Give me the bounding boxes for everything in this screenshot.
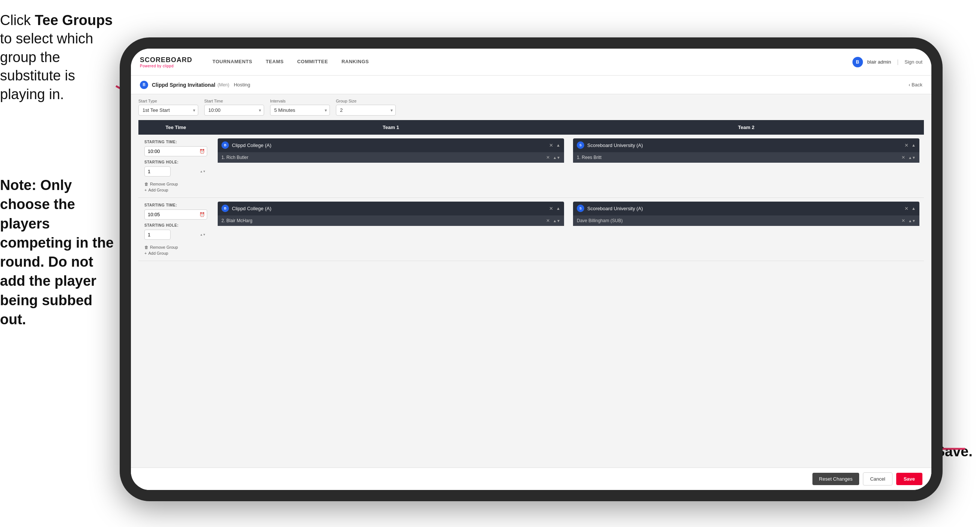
team2-player-x-1-0[interactable]: ✕ xyxy=(902,155,905,160)
time-input-wrap-2: ⏰ xyxy=(145,209,207,220)
starting-time-label-2: STARTING TIME: xyxy=(145,203,207,207)
group-size-select[interactable]: 2 xyxy=(336,105,396,116)
team2-player-row-2-0: Dave Billingham (SUB) ✕ ▲▼ xyxy=(573,215,920,226)
team1-cell-2: B Clippd College (A) ✕ ▲ 2. Blair McHarg… xyxy=(213,198,568,261)
plus-icon-1: + xyxy=(145,188,146,192)
team1-group-header-1: B Clippd College (A) ✕ ▲ xyxy=(218,139,564,152)
team2-close-icon-1[interactable]: ✕ xyxy=(904,143,908,148)
remove-group-label-2: Remove Group xyxy=(150,245,178,250)
cancel-button[interactable]: Cancel xyxy=(863,472,892,486)
team2-close-icon-2[interactable]: ✕ xyxy=(904,206,908,211)
team1-player-x-2-0[interactable]: ✕ xyxy=(546,218,550,223)
team2-avatar-2: S xyxy=(577,205,584,212)
team2-player-name-1-0: 1. Rees Britt xyxy=(577,155,899,160)
annotation-note-bold: Only choose the players competing in the… xyxy=(0,177,114,327)
save-button[interactable]: Save xyxy=(896,473,923,485)
start-time-label: Start Time xyxy=(204,99,264,103)
time-col-2: STARTING TIME: ⏰ STARTING HOLE: ▲▼ xyxy=(138,198,213,261)
team2-player-arrow-2-0[interactable]: ▲▼ xyxy=(908,219,916,223)
team1-group-name-2[interactable]: Clippd College (A) xyxy=(232,206,546,211)
team2-group-name-2[interactable]: Scoreboard University (A) xyxy=(587,206,902,211)
hole-input-1[interactable] xyxy=(145,166,170,177)
team1-group-header-2: B Clippd College (A) ✕ ▲ xyxy=(218,202,564,215)
team1-player-name-2-0: 2. Blair McHarg xyxy=(221,218,543,223)
hole-input-wrap-2: ▲▼ xyxy=(145,230,207,240)
hole-arrows-1: ▲▼ xyxy=(200,170,206,173)
remove-group-btn-2[interactable]: 🗑 Remove Group xyxy=(145,245,207,250)
remove-group-label-1: Remove Group xyxy=(150,182,178,186)
intervals-select[interactable]: 5 Minutes xyxy=(270,105,330,116)
annotation-tee-groups-bold: Tee Groups xyxy=(35,12,113,28)
group-size-field: Group Size 2 xyxy=(336,99,396,116)
tournament-tag: (Men) xyxy=(218,82,229,88)
nav-right: B blair admin | Sign out xyxy=(853,57,923,67)
team2-group-actions-1: ✕ ▲ xyxy=(904,143,916,148)
team2-group-name-1[interactable]: Scoreboard University (A) xyxy=(587,143,902,148)
team1-player-arrow-1-0[interactable]: ▲▼ xyxy=(553,156,560,160)
hole-input-wrap-1: ▲▼ xyxy=(145,166,207,177)
trash-icon-2: 🗑 xyxy=(145,245,148,250)
nav-signout[interactable]: Sign out xyxy=(904,59,923,65)
add-group-btn-1[interactable]: + Add Group xyxy=(145,188,207,192)
logo-text: SCOREBOARD xyxy=(140,56,192,64)
team2-cell-2: S Scoreboard University (A) ✕ ▲ Dave Bil… xyxy=(568,198,924,261)
logo-sub: Powered by clippd xyxy=(140,64,192,68)
add-group-btn-2[interactable]: + Add Group xyxy=(145,251,207,255)
time-input-1[interactable] xyxy=(145,146,207,156)
team1-avatar-2: B xyxy=(221,205,229,212)
trash-icon-1: 🗑 xyxy=(145,182,148,186)
team1-group-2: B Clippd College (A) ✕ ▲ 2. Blair McHarg… xyxy=(218,202,564,226)
add-group-label-2: Add Group xyxy=(148,251,168,255)
time-input-2[interactable] xyxy=(145,209,207,220)
table-row: STARTING TIME: ⏰ STARTING HOLE: ▲▼ xyxy=(138,135,924,198)
nav-rankings[interactable]: RANKINGS xyxy=(335,49,375,76)
annotation-top-left: Click Tee Groups to select which group t… xyxy=(0,11,116,103)
hole-label-2: STARTING HOLE: xyxy=(145,223,207,228)
team1-close-icon-1[interactable]: ✕ xyxy=(549,143,553,148)
team1-player-arrow-2-0[interactable]: ▲▼ xyxy=(553,219,560,223)
start-time-select[interactable]: 10:00 xyxy=(204,105,264,116)
content-area: Start Type 1st Tee Start Start Time 10:0… xyxy=(131,94,931,490)
team1-expand-icon-1[interactable]: ▲ xyxy=(556,143,560,147)
th-team2: Team 2 xyxy=(568,120,924,135)
remove-group-btn-1[interactable]: 🗑 Remove Group xyxy=(145,182,207,186)
navbar: SCOREBOARD Powered by clippd TOURNAMENTS… xyxy=(131,49,931,76)
team1-cell-1: B Clippd College (A) ✕ ▲ 1. Rich Butler … xyxy=(213,135,568,197)
add-group-label-1: Add Group xyxy=(148,188,168,192)
team1-expand-icon-2[interactable]: ▲ xyxy=(556,206,560,210)
nav-committee[interactable]: COMMITTEE xyxy=(290,49,335,76)
team1-group-actions-1: ✕ ▲ xyxy=(549,143,560,148)
team2-player-name-2-0: Dave Billingham (SUB) xyxy=(577,218,899,223)
table-header: Tee Time Team 1 Team 2 xyxy=(138,120,924,135)
team2-player-row-1-0: 1. Rees Britt ✕ ▲▼ xyxy=(573,152,920,163)
team1-player-row-2-0: 2. Blair McHarg ✕ ▲▼ xyxy=(218,215,564,226)
back-button[interactable]: ‹ Back xyxy=(908,82,923,88)
hole-input-2[interactable] xyxy=(145,230,170,240)
hole-label-1: STARTING HOLE: xyxy=(145,160,207,164)
team2-expand-icon-1[interactable]: ▲ xyxy=(912,143,916,147)
team1-close-icon-2[interactable]: ✕ xyxy=(549,206,553,211)
group-actions-2: 🗑 Remove Group + Add Group xyxy=(145,245,207,255)
nav-tournaments[interactable]: TOURNAMENTS xyxy=(206,49,259,76)
team1-group-name-1[interactable]: Clippd College (A) xyxy=(232,143,546,148)
team2-avatar-1: S xyxy=(577,142,584,149)
nav-user: blair admin xyxy=(867,59,891,65)
start-type-select[interactable]: 1st Tee Start xyxy=(138,105,198,116)
nav-teams[interactable]: TEAMS xyxy=(259,49,290,76)
team1-player-x-1-0[interactable]: ✕ xyxy=(546,155,550,160)
nav-avatar: B xyxy=(853,57,863,67)
th-tee-time: Tee Time xyxy=(138,120,213,135)
team2-player-arrow-1-0[interactable]: ▲▼ xyxy=(908,156,916,160)
team1-group-actions-2: ✕ ▲ xyxy=(549,206,560,211)
time-input-wrap-1: ⏰ xyxy=(145,146,207,156)
team2-expand-icon-2[interactable]: ▲ xyxy=(912,206,916,210)
team2-cell-1: S Scoreboard University (A) ✕ ▲ 1. Rees … xyxy=(568,135,924,197)
group-actions-1: 🗑 Remove Group + Add Group xyxy=(145,182,207,192)
nav-separator: | xyxy=(897,59,899,65)
reset-changes-button[interactable]: Reset Changes xyxy=(813,473,859,485)
sub-header-avatar: B xyxy=(140,81,148,89)
start-time-select-wrap: 10:00 xyxy=(204,105,264,116)
team2-player-x-2-0[interactable]: ✕ xyxy=(902,218,905,223)
group-size-select-wrap: 2 xyxy=(336,105,396,116)
annotation-note-label: Note: xyxy=(0,177,40,193)
